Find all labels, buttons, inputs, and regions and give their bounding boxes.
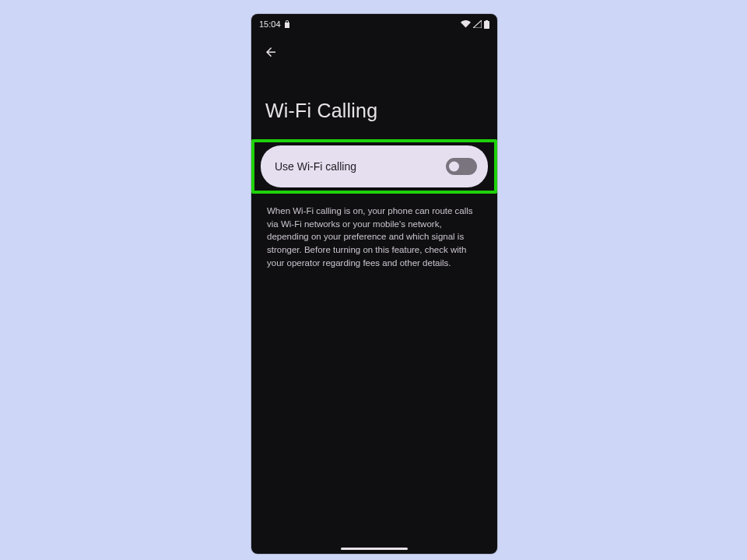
home-indicator[interactable] <box>341 548 408 550</box>
wifi-calling-setting-row[interactable]: Use Wi-Fi calling <box>261 145 488 187</box>
lock-icon <box>284 20 290 28</box>
toggle-knob <box>449 162 459 172</box>
phone-screen: 15:04 Wi-Fi Calling Use Wi-Fi ca <box>251 14 497 554</box>
wifi-calling-toggle[interactable] <box>446 158 477 175</box>
status-right <box>461 20 489 29</box>
back-button[interactable] <box>262 45 279 62</box>
signal-icon <box>473 20 482 28</box>
page-title: Wi-Fi Calling <box>251 68 497 139</box>
tutorial-highlight: Use Wi-Fi calling <box>251 139 497 194</box>
battery-icon <box>484 20 489 29</box>
status-bar: 15:04 <box>251 14 497 33</box>
arrow-left-icon <box>264 45 278 62</box>
setting-description: When Wi-Fi calling is on, your phone can… <box>251 194 497 269</box>
status-left: 15:04 <box>259 19 290 29</box>
setting-label: Use Wi-Fi calling <box>275 160 356 173</box>
status-time: 15:04 <box>259 19 281 29</box>
app-bar <box>251 33 497 68</box>
wifi-icon <box>461 20 471 28</box>
